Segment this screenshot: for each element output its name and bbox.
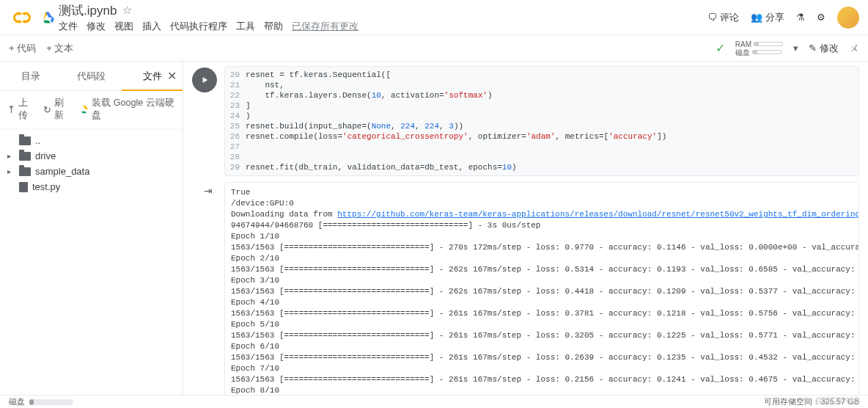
star-icon[interactable]: ☆	[122, 4, 132, 17]
edit-button[interactable]: ✎修改	[809, 42, 839, 55]
tab-snippets[interactable]: 代码段	[61, 70, 122, 83]
share-icon: 👥	[751, 12, 762, 23]
footer-bar: 磁盘 可用存储空间：325.57 GB	[0, 395, 868, 408]
folder-icon	[19, 167, 31, 176]
drive-icon	[41, 11, 54, 24]
colab-logo[interactable]	[9, 4, 35, 31]
add-code-button[interactable]: + 代码	[9, 42, 36, 55]
watermark: @51CTO博客	[815, 396, 861, 406]
output-toggle-icon[interactable]: ⇥	[204, 185, 213, 197]
disk-usage-bar	[29, 399, 73, 405]
menu-bar: 文件 修改 视图 插入 代码执行程序 工具 帮助 已保存所有更改	[59, 21, 707, 33]
disk-label: 磁盘	[9, 396, 25, 407]
tree-file-test[interactable]: test.py	[3, 179, 180, 194]
resource-indicator[interactable]: RAM 磁盘	[735, 40, 783, 57]
avatar[interactable]	[837, 7, 859, 29]
folder-icon	[19, 152, 31, 161]
menu-edit[interactable]: 修改	[87, 21, 106, 33]
cell-output: True /device:GPU:0 Downloading data from…	[224, 182, 859, 395]
comment-icon: 🗨	[707, 12, 717, 23]
tree-folder-drive[interactable]: ▸drive	[3, 148, 180, 164]
collapse-icon[interactable]: ㄨ	[849, 42, 859, 55]
add-text-button[interactable]: + 文本	[46, 42, 73, 55]
tree-folder-sample-data[interactable]: ▸sample_data	[3, 164, 180, 179]
menu-view[interactable]: 视图	[114, 21, 133, 33]
toolbar: + 代码 + 文本 ✓ RAM 磁盘 ▾ ✎修改 ㄨ	[0, 35, 868, 62]
menu-file[interactable]: 文件	[59, 21, 78, 33]
mount-drive-button[interactable]: 装载 Google 云端硬盘	[80, 97, 175, 122]
filename[interactable]: 测试.ipynb	[59, 2, 117, 19]
save-status: 已保存所有更改	[292, 21, 358, 33]
comment-button[interactable]: 🗨评论	[707, 11, 739, 24]
dropdown-icon[interactable]: ▾	[793, 43, 798, 54]
upload-icon: ⤒	[7, 104, 15, 115]
refresh-icon: ↻	[43, 104, 51, 115]
menu-tools[interactable]: 工具	[236, 21, 255, 33]
file-tree: .. ▸drive ▸sample_data test.py	[0, 128, 183, 199]
flask-icon[interactable]: ⚗	[796, 12, 805, 23]
notebook-content: 20resnet = tf.keras.Sequential([21 nst,2…	[183, 62, 868, 395]
run-cell-button[interactable]	[192, 68, 217, 92]
tree-root[interactable]: ..	[3, 133, 180, 148]
code-editor[interactable]: 20resnet = tf.keras.Sequential([21 nst,2…	[224, 66, 859, 176]
menu-runtime[interactable]: 代码执行程序	[170, 21, 227, 33]
refresh-button[interactable]: ↻刷新	[43, 97, 70, 122]
sidebar: 目录 代码段 文件 ✕ ⤒上传 ↻刷新 装载 Google 云端硬盘 .. ▸d…	[0, 62, 183, 395]
gear-icon[interactable]: ⚙	[817, 12, 825, 23]
share-button[interactable]: 👥分享	[751, 11, 784, 24]
close-sidebar-icon[interactable]: ✕	[167, 69, 177, 83]
menu-help[interactable]: 帮助	[264, 21, 283, 33]
header-bar: 测试.ipynb ☆ 文件 修改 视图 插入 代码执行程序 工具 帮助 已保存所…	[0, 0, 868, 35]
drive-icon	[80, 104, 89, 114]
pencil-icon: ✎	[809, 43, 817, 54]
file-icon	[19, 182, 28, 192]
folder-icon	[19, 136, 31, 145]
check-icon: ✓	[716, 41, 725, 55]
menu-insert[interactable]: 插入	[142, 21, 161, 33]
upload-button[interactable]: ⤒上传	[7, 97, 34, 122]
tab-toc[interactable]: 目录	[0, 70, 61, 83]
